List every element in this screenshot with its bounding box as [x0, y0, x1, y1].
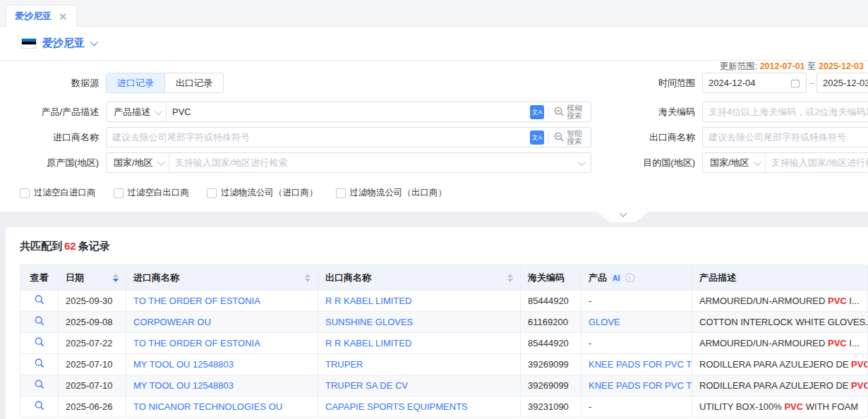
view-record-icon[interactable]: [34, 379, 45, 390]
destination-field-group: 国家/地区: [702, 152, 868, 173]
exporter-link[interactable]: R R KABEL LIMITED: [325, 296, 411, 306]
chevron-down-icon: [155, 107, 162, 114]
product-search-input[interactable]: [167, 102, 524, 121]
translate-icon[interactable]: 文A: [530, 130, 544, 145]
view-record-icon[interactable]: [34, 315, 45, 327]
importer-link[interactable]: MY TOOL OU 12548803: [133, 359, 234, 370]
product-description: UTILITY BOX-100% PVC WITH FOAM: [692, 396, 868, 418]
checkbox[interactable]: [336, 188, 346, 198]
importer-link[interactable]: TO NICANOR TECHNOLOGIES OU: [133, 401, 282, 412]
view-record-icon[interactable]: [34, 336, 45, 348]
fuzzy-search-button[interactable]: 模糊搜索: [553, 104, 585, 120]
filter-checkbox-row: 过滤空白进口商过滤空白出口商过滤物流公司（进口商）过滤物流公司（出口商）: [20, 187, 447, 199]
product-link[interactable]: KNEE PADS FOR PVC T...: [589, 359, 692, 370]
product-description: RODILLERA PARA AZULEJERO DE PVC: [692, 375, 868, 396]
sort-importer[interactable]: [299, 274, 311, 282]
view-record-icon[interactable]: [34, 294, 45, 305]
col-exporter[interactable]: 出口商名称: [318, 265, 521, 291]
col-date[interactable]: 日期: [59, 265, 126, 291]
results-summary: 共匹配到62条记录: [20, 240, 110, 253]
update-range-to: 2025-12-03: [819, 61, 864, 71]
chevron-down-icon: [157, 157, 164, 165]
table-row: 2025-09-30TO THE ORDER OF ESTONIAR R KAB…: [20, 291, 868, 312]
ai-badge: AI: [610, 273, 622, 283]
checkbox-label: 过滤空白出口商: [128, 187, 190, 199]
origin-label: 原产国(地区): [7, 152, 99, 173]
filter-panel: 爱沙尼亚 更新范围: 2012-07-01 至 2025-12-03 数据源 进…: [0, 27, 868, 212]
divider: [548, 107, 549, 118]
product-link[interactable]: KNEE PADS FOR PVC T...: [589, 380, 692, 391]
smart-search-label: 智能搜索: [567, 130, 585, 145]
translate-icon[interactable]: 文A: [530, 105, 544, 119]
hs-code: 39269099: [521, 375, 581, 396]
checkbox-label: 过滤物流公司（出口商）: [350, 187, 447, 199]
sort-exporter[interactable]: [502, 274, 513, 282]
record-date: 2025-09-08: [59, 312, 126, 333]
chevron-down-icon: [578, 157, 586, 165]
calendar-icon: [790, 78, 800, 88]
view-record-icon[interactable]: [34, 358, 45, 369]
close-icon[interactable]: ✕: [59, 11, 68, 22]
exporter-link[interactable]: R R KABEL LIMITED: [325, 338, 411, 348]
product-type-select[interactable]: 产品描述: [107, 102, 167, 121]
filter-checkbox-3[interactable]: 过滤物流公司（出口商）: [336, 187, 447, 199]
col-description: 产品描述: [692, 265, 868, 291]
product-description: RODILLERA PARA AZULEJERO DE PVC: [692, 354, 868, 375]
import-records-button[interactable]: 进口记录: [107, 73, 164, 92]
hs-code-field: [702, 102, 868, 122]
checkbox[interactable]: [20, 188, 30, 198]
origin-country-select[interactable]: 国家/地区: [107, 153, 169, 172]
country-name: 爱沙尼亚: [42, 37, 85, 50]
view-record-icon[interactable]: [34, 400, 45, 411]
col-product: 产品AIi: [581, 265, 692, 291]
chevron-down-icon: [620, 210, 627, 217]
checkbox[interactable]: [114, 188, 123, 198]
pvc-highlight: PVC: [828, 338, 847, 348]
col-view: 查看: [20, 265, 59, 291]
country-selector[interactable]: 爱沙尼亚: [21, 35, 96, 51]
info-icon[interactable]: i: [625, 273, 634, 282]
exporter-field: [702, 127, 868, 147]
hs-code: 61169200: [521, 312, 581, 333]
chevron-down-icon: [90, 38, 98, 46]
origin-search-input[interactable]: [169, 153, 578, 172]
smart-search-button[interactable]: 智能搜索: [553, 130, 585, 145]
date-to-input[interactable]: 2025-12-03: [816, 73, 868, 93]
filter-checkbox-0[interactable]: 过滤空白进口商: [20, 187, 96, 199]
col-importer[interactable]: 进口商名称: [126, 265, 318, 291]
filter-checkbox-2[interactable]: 过滤物流公司（进口商）: [207, 187, 318, 199]
filter-checkbox-1[interactable]: 过滤空白出口商: [114, 187, 190, 199]
hs-code-input[interactable]: [703, 102, 868, 121]
pvc-highlight: PVC: [828, 296, 847, 306]
time-range-label: 时间范围: [603, 73, 695, 93]
date-from-input[interactable]: 2024-12-04: [702, 73, 807, 93]
product-label: 产品/产品描述: [7, 102, 99, 122]
export-records-button[interactable]: 出口记录: [164, 73, 223, 92]
importer-link[interactable]: CORPOWEAR OU: [133, 317, 211, 327]
results-count: 62: [62, 240, 78, 252]
exporter-link[interactable]: TRUPER: [325, 359, 363, 370]
destination-country-select[interactable]: 国家/地区: [703, 153, 766, 172]
sort-date[interactable]: [107, 274, 119, 282]
results-panel: 共匹配到62条记录 查看 日期 进口商名称: [6, 227, 868, 419]
tab-estonia[interactable]: 爱沙尼亚 ✕: [6, 5, 77, 27]
destination-search-input[interactable]: [766, 153, 868, 172]
exporter-link[interactable]: CAPAPIE SPORTS EQUIPMENTS: [325, 401, 468, 412]
importer-input[interactable]: [107, 128, 524, 147]
pvc-highlight: PVC: [851, 359, 867, 370]
date-to-value: 2025-12-03: [823, 78, 868, 88]
fuzzy-search-label: 模糊搜索: [567, 104, 585, 120]
exporter-link[interactable]: TRUPER SA DE CV: [325, 380, 408, 391]
search-minus-icon: [553, 131, 565, 143]
exporter-link[interactable]: SUNSHINE GLOVES: [325, 317, 413, 327]
importer-link[interactable]: MY TOOL OU 12548803: [133, 380, 234, 391]
checkbox[interactable]: [207, 188, 217, 198]
exporter-input[interactable]: [703, 128, 868, 147]
importer-link[interactable]: TO THE ORDER OF ESTONIA: [133, 296, 260, 306]
product-link[interactable]: GLOVE: [589, 317, 620, 327]
collapse-filters-handle[interactable]: [596, 212, 649, 222]
record-date: 2025-09-30: [59, 291, 126, 312]
origin-field-group: 国家/地区: [106, 152, 591, 173]
tab-title: 爱沙尼亚: [15, 10, 52, 23]
importer-link[interactable]: TO THE ORDER OF ESTONIA: [133, 338, 260, 348]
